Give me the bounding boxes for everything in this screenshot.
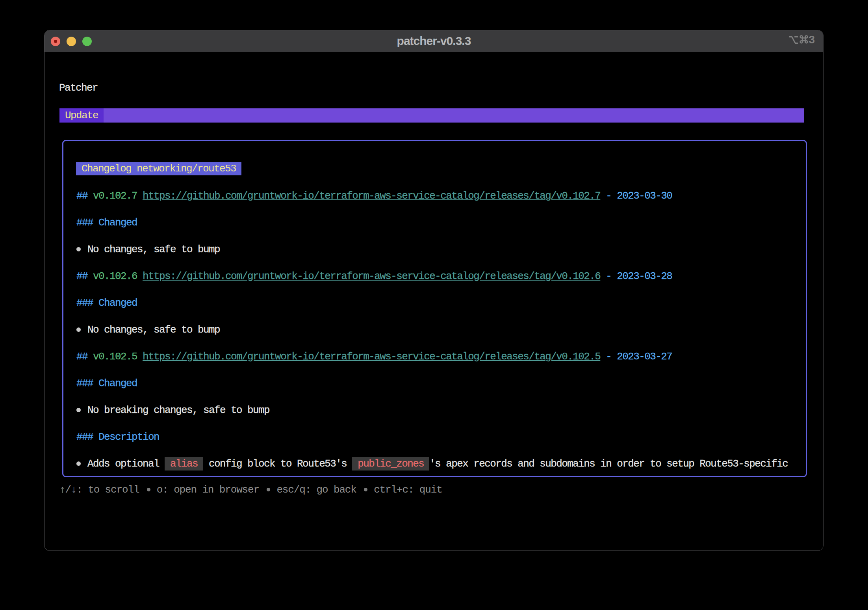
svg-text:3: 3 xyxy=(809,33,815,46)
